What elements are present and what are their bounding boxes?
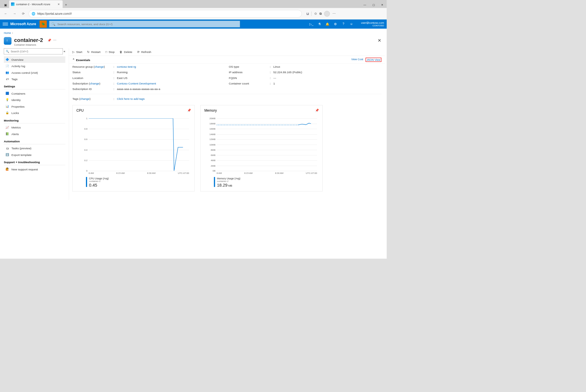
back-button[interactable]: ← <box>2 10 9 17</box>
change-link[interactable]: change <box>95 65 104 68</box>
brand[interactable]: Microsoft Azure <box>10 22 36 26</box>
view-cost-link[interactable]: View Cost <box>351 58 363 62</box>
nav-icon: 🗂 <box>6 147 9 150</box>
sidebar-item-export-template[interactable]: ⬇️Export template <box>4 151 65 158</box>
property-link[interactable]: Contoso Content Development <box>117 82 156 85</box>
content-area: Home › container-2 Container instances 📌… <box>0 29 387 259</box>
search-icon: 🔍 <box>52 22 55 26</box>
essentials-header[interactable]: ⌃Essentials View Cost JSON View <box>69 56 385 64</box>
window-controls: — ▢ ✕ <box>360 2 387 8</box>
sidebar-item-properties[interactable]: 📊Properties <box>4 103 65 109</box>
search-icon: 🔍 <box>6 50 9 53</box>
x-axis: 8 AM8:15 AM8:30 AMUTC-07:00 <box>204 171 319 174</box>
property-row: OS type:Linux <box>229 65 381 68</box>
change-link[interactable]: change <box>90 82 99 85</box>
breadcrumb-home[interactable]: Home <box>4 31 11 34</box>
change-link[interactable]: change <box>80 97 89 100</box>
sidebar-item-tasks-preview-[interactable]: 🗂Tasks (preview) <box>4 145 65 152</box>
tab-title: container-2 - Microsoft Azure <box>16 3 56 6</box>
minimize-button[interactable]: — <box>360 2 369 8</box>
property-row: Status:Running <box>72 71 225 74</box>
favorites-icon[interactable]: ✩ <box>314 12 317 16</box>
more-icon[interactable]: ⋯ <box>53 38 56 42</box>
global-search[interactable]: 🔍 <box>49 21 240 27</box>
cloud-shell-icon[interactable]: ▷_ <box>309 22 313 26</box>
property-row: FQDN:--- <box>229 76 381 79</box>
nav-icon: 📗 <box>6 132 9 136</box>
more-icon[interactable]: ⋯ <box>333 12 336 16</box>
start-button[interactable]: ▷Start <box>72 50 82 54</box>
directory-filter-icon[interactable]: ⚗ <box>317 22 321 26</box>
tab-edge-button[interactable]: ▣ <box>2 2 8 8</box>
chart-title: CPU <box>76 109 191 113</box>
pin-chart-icon[interactable]: 📌 <box>315 109 319 113</box>
stop-button[interactable]: □Stop <box>105 50 115 54</box>
sidebar-group-head: Support + troubleshooting <box>4 158 65 165</box>
preview-bug-button[interactable]: 🪲 <box>40 21 47 28</box>
sidebar-group-head: Automation <box>4 137 65 144</box>
collapse-sidebar-icon[interactable]: « <box>64 50 65 53</box>
add-tags-link[interactable]: Click here to add tags <box>117 97 145 100</box>
json-view-link[interactable]: JSON View <box>365 58 381 62</box>
close-window-button[interactable]: ✕ <box>378 2 387 8</box>
settings-icon[interactable]: ⚙ <box>333 22 337 26</box>
property-row: Subscription (change):Contoso Content De… <box>72 82 225 85</box>
sidebar: 🔍 Search (Ctrl+/) « 🔷Overview📄Activity l… <box>0 48 69 200</box>
forward-button[interactable]: → <box>11 10 18 17</box>
sidebar-item-metrics[interactable]: 📈Metrics <box>4 124 65 130</box>
command-bar: ▷Start ↻Restart □Stop 🗑Delete ⟳Refresh <box>69 48 385 56</box>
chevron-up-icon: ⌃ <box>72 58 75 62</box>
menu-button[interactable] <box>3 23 8 25</box>
nav-icon: 🏷 <box>6 77 9 80</box>
property-row: Resource group (change):contoso-test-rg <box>72 65 225 68</box>
sidebar-item-alerts[interactable]: 📗Alerts <box>4 130 65 137</box>
azure-topbar: Microsoft Azure 🪲 🔍 ▷_ ⚗ 🔔 ⚙ ? ☺ user@co… <box>0 19 387 29</box>
nav-icon: 🔷 <box>6 58 9 61</box>
sidebar-item-overview[interactable]: 🔷Overview <box>4 56 65 63</box>
chart-title: Memory <box>204 109 319 113</box>
sidebar-item-tags[interactable]: 🏷Tags <box>4 76 65 82</box>
help-icon[interactable]: ? <box>341 22 345 26</box>
new-tab-button[interactable]: ＋ <box>63 1 69 8</box>
restart-button[interactable]: ↻Restart <box>87 50 100 54</box>
refresh-icon: ⟳ <box>137 50 140 54</box>
close-icon[interactable]: ✕ <box>58 3 60 6</box>
restart-icon: ↻ <box>87 50 90 54</box>
refresh-button[interactable]: ⟳Refresh <box>137 50 151 54</box>
url-text: https://portal.azure.com/# <box>37 12 72 16</box>
chart-plot[interactable]: 00.20.40.60.81 <box>76 118 191 171</box>
profile-avatar[interactable] <box>324 11 330 17</box>
property-link[interactable]: contoso-test-rg <box>117 65 136 68</box>
property-row: Container count:1 <box>229 82 381 85</box>
sidebar-item-containers[interactable]: 🟦Containers <box>4 90 65 97</box>
collections-icon[interactable]: ⧉ <box>319 12 322 16</box>
extension-icon[interactable]: ⊔ <box>306 12 309 16</box>
reload-button[interactable]: ⟳ <box>20 10 27 17</box>
sidebar-item-new-support-request[interactable]: 🙋New support request <box>4 166 65 172</box>
maximize-button[interactable]: ▢ <box>369 2 378 8</box>
nav-icon: 📊 <box>6 105 9 108</box>
sidebar-item-activity-log[interactable]: 📄Activity log <box>4 63 65 69</box>
tags-row: Tags (change):Click here to add tags <box>72 94 381 100</box>
trash-icon: 🗑 <box>120 50 122 54</box>
nav-icon: 👥 <box>6 71 9 74</box>
sidebar-item-identity[interactable]: 💡Identity <box>4 97 65 103</box>
pin-icon[interactable]: 📌 <box>47 38 51 42</box>
play-icon: ▷ <box>72 50 75 54</box>
pin-chart-icon[interactable]: 📌 <box>187 109 191 113</box>
close-blade-button[interactable]: ✕ <box>376 37 383 44</box>
browser-titlebar: ▣ container-2 - Microsoft Azure ✕ ＋ — ▢ … <box>0 0 387 8</box>
url-bar[interactable]: 🌐 https://portal.azure.com/# <box>29 10 302 17</box>
nav-icon: 🔒 <box>6 111 9 115</box>
search-input[interactable] <box>57 23 238 26</box>
sidebar-search[interactable]: 🔍 Search (Ctrl+/) <box>4 48 63 54</box>
browser-navbar: ← → ⟳ 🌐 https://portal.azure.com/# ⊔ ✩ ⧉… <box>0 8 387 20</box>
user-account[interactable]: user@contoso.com CONTOSO <box>358 21 384 27</box>
feedback-icon[interactable]: ☺ <box>350 22 353 26</box>
sidebar-item-access-control-iam-[interactable]: 👥Access control (IAM) <box>4 69 65 76</box>
chart-plot[interactable]: 0B2MB4MB6MB8MB10MB12MB14MB16MB18MB20MB <box>204 118 319 171</box>
browser-tab[interactable]: container-2 - Microsoft Azure ✕ <box>9 0 63 8</box>
delete-button[interactable]: 🗑Delete <box>120 50 132 54</box>
notifications-icon[interactable]: 🔔 <box>326 22 329 26</box>
sidebar-item-locks[interactable]: 🔒Locks <box>4 110 65 116</box>
